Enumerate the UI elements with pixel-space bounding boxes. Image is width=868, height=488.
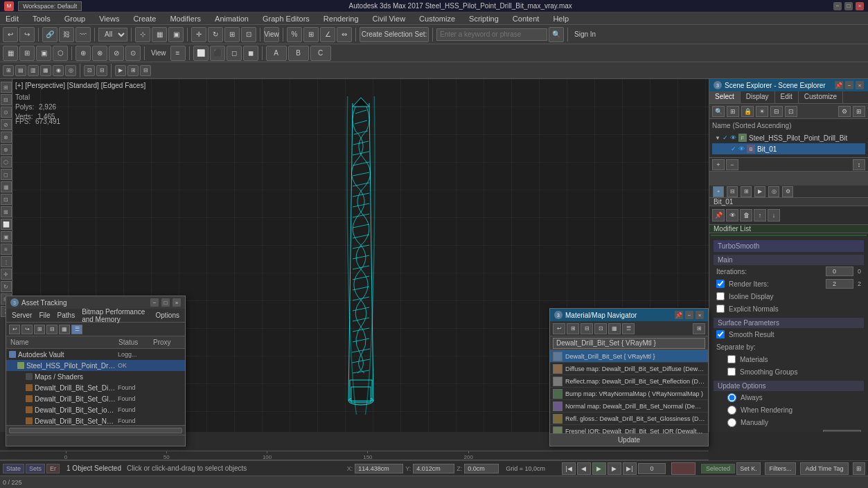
- tb3-snap1[interactable]: ⊡: [84, 65, 95, 76]
- ts-update-btn[interactable]: Update: [823, 430, 861, 432]
- menu-civil-view[interactable]: Civil View: [370, 14, 408, 24]
- asset-tab-options[interactable]: Options: [153, 311, 182, 320]
- se-close-btn[interactable]: ×: [856, 81, 864, 89]
- maximize-button[interactable]: □: [844, 2, 853, 10]
- tb2-btn14[interactable]: A: [266, 46, 287, 61]
- sidebar-icon-11[interactable]: ⊠: [1, 206, 12, 217]
- se-settings-btn[interactable]: ⚙: [838, 106, 851, 117]
- tb3-btn1[interactable]: ⊞: [3, 65, 14, 76]
- asset-tab-paths[interactable]: Paths: [55, 311, 78, 320]
- menu-views[interactable]: Views: [96, 14, 122, 24]
- mat-tb7[interactable]: ⊞: [693, 323, 705, 334]
- asset-row-ior[interactable]: Dewalt_Drill_Bit_Set_ior.png Found: [6, 404, 185, 415]
- menu-customize[interactable]: Customize: [416, 14, 458, 24]
- sidebar-icon-4[interactable]: ⊘: [1, 119, 12, 130]
- mat-minimize-btn[interactable]: −: [685, 311, 693, 319]
- mat-pin-btn[interactable]: 📌: [675, 311, 683, 319]
- anim-play[interactable]: ▶: [592, 462, 606, 475]
- minimize-button[interactable]: −: [833, 2, 842, 10]
- tb2-btn13[interactable]: ◼: [243, 46, 258, 61]
- ts-render-iters-check[interactable]: [716, 280, 725, 288]
- tree-item-root[interactable]: ▼ ✓ 👁 F Steel_HSS_Pilot_Point_Drill_Bit: [712, 132, 865, 143]
- asset-tb2[interactable]: ↪: [21, 325, 33, 334]
- asset-tab-bitmap[interactable]: Bitmap Performance and Memory: [79, 307, 151, 324]
- sidebar-icon-13[interactable]: ▣: [1, 231, 12, 242]
- asset-row-gloss[interactable]: Dewalt_Drill_Bit_Set_Glossiness.png Foun…: [6, 393, 185, 404]
- tb2-btn4[interactable]: ⬡: [53, 46, 68, 61]
- menu-tools[interactable]: Tools: [30, 14, 53, 24]
- se-tb-btn6[interactable]: ⊡: [785, 106, 797, 117]
- ts-explicit-check[interactable]: [716, 305, 725, 313]
- sign-in-link[interactable]: Sign In: [572, 30, 599, 38]
- mod-del-btn[interactable]: 🗑: [740, 209, 752, 222]
- asset-tb5[interactable]: ▦: [59, 325, 70, 334]
- percent-snap[interactable]: %: [287, 27, 302, 42]
- ts-render-iters-input[interactable]: [826, 279, 853, 289]
- ts-smooth-check[interactable]: [716, 330, 725, 338]
- snap-toggle[interactable]: ⊞: [303, 27, 319, 42]
- mat-row-0[interactable]: Dewalt_Drill_Bit_Set { VRayMtl }: [550, 350, 708, 363]
- close-button[interactable]: ×: [856, 2, 864, 10]
- tab-customize-scene[interactable]: Customize: [799, 91, 843, 103]
- redo-button[interactable]: ↪: [19, 27, 35, 42]
- anim-next-key[interactable]: ▶|: [623, 462, 637, 475]
- sidebar-icon-16[interactable]: ✛: [1, 269, 12, 280]
- asset-tb1[interactable]: ↩: [9, 325, 20, 334]
- ref-coord[interactable]: View: [264, 27, 279, 42]
- tb2-btn16[interactable]: C: [310, 46, 331, 61]
- sidebar-icon-12[interactable]: ⬜: [1, 219, 12, 230]
- asset-row-maps[interactable]: Maps / Shaders: [6, 371, 185, 382]
- ts-materials-check[interactable]: [727, 355, 736, 363]
- sidebar-icon-7[interactable]: ⬡: [1, 156, 12, 168]
- ts-when-rendering-radio[interactable]: [727, 406, 736, 415]
- mirror[interactable]: ⇔: [337, 27, 352, 42]
- tb3-snap2[interactable]: ⊟: [96, 65, 107, 76]
- workspace-dropdown[interactable]: Workspace: Default: [18, 1, 82, 11]
- search-button[interactable]: 🔍: [549, 27, 564, 42]
- anim-prev-key[interactable]: |◀: [562, 462, 576, 475]
- window-crossing[interactable]: ▣: [168, 27, 184, 42]
- sidebar-icon-9[interactable]: ▦: [1, 181, 12, 192]
- asset-row-normal[interactable]: Dewalt_Drill_Bit_Set_Normal.png Found: [6, 415, 185, 425]
- sidebar-icon-15[interactable]: ⋮: [1, 256, 12, 267]
- asset-row-vault[interactable]: Autodesk Vault Logg...: [6, 349, 185, 360]
- tb3-btn2[interactable]: ▤: [15, 65, 26, 76]
- mod-show-btn[interactable]: 👁: [726, 209, 738, 222]
- sidebar-icon-8[interactable]: ◻: [1, 169, 12, 180]
- scale-button[interactable]: ⊞: [224, 27, 240, 42]
- mat-close-btn[interactable]: ×: [696, 311, 704, 319]
- se-tb-btn3[interactable]: 🔒: [741, 106, 754, 117]
- asset-hscrollbar[interactable]: [9, 428, 182, 433]
- mod-tab-motion[interactable]: ▶: [754, 186, 765, 197]
- tb2-btn6[interactable]: ⊗: [92, 46, 107, 61]
- tab-select[interactable]: Select: [709, 91, 741, 103]
- mat-tb4[interactable]: ⊡: [594, 323, 607, 334]
- select-button[interactable]: ⊹: [135, 27, 150, 42]
- sidebar-icon-6[interactable]: ⊕: [1, 144, 12, 155]
- link-button[interactable]: 🔗: [42, 27, 57, 42]
- tab-display[interactable]: Display: [741, 91, 775, 103]
- se-tb-btn1[interactable]: 🔍: [712, 106, 725, 117]
- ts-manually-radio[interactable]: [727, 418, 736, 427]
- tb2-btn5[interactable]: ⊕: [76, 46, 91, 61]
- filters-btn[interactable]: Filters...: [765, 462, 796, 475]
- mat-row-3[interactable]: Bump map: VRayNormalMap ( VRayNormalMap …: [550, 388, 708, 400]
- menu-scripting[interactable]: Scripting: [466, 14, 502, 24]
- se-grid-btn[interactable]: ⊞: [853, 106, 865, 117]
- tb3-render3[interactable]: ⊟: [140, 65, 151, 76]
- se-tb-btn2[interactable]: ⊞: [727, 106, 739, 117]
- asset-close-btn[interactable]: ×: [172, 298, 181, 307]
- se-del-btn[interactable]: −: [726, 159, 738, 170]
- mat-name-input[interactable]: [553, 338, 705, 349]
- move-button[interactable]: ✛: [191, 27, 206, 42]
- mat-tb2[interactable]: ⊞: [567, 323, 579, 334]
- menu-edit[interactable]: Edit: [3, 14, 21, 24]
- tb3-render2[interactable]: ⊞: [127, 65, 139, 76]
- tb3-btn5[interactable]: ◉: [53, 65, 64, 76]
- tb2-btn9[interactable]: ≡: [170, 46, 186, 61]
- mod-tab-display[interactable]: ◎: [768, 186, 779, 197]
- undo-button[interactable]: ↩: [3, 27, 18, 42]
- menu-animation[interactable]: Animation: [212, 14, 251, 24]
- se-tb-btn4[interactable]: ☀: [756, 106, 768, 117]
- asset-row-maxfile[interactable]: Steel_HSS_Pilot_Point_Drill_Bit_max_vray…: [6, 360, 185, 371]
